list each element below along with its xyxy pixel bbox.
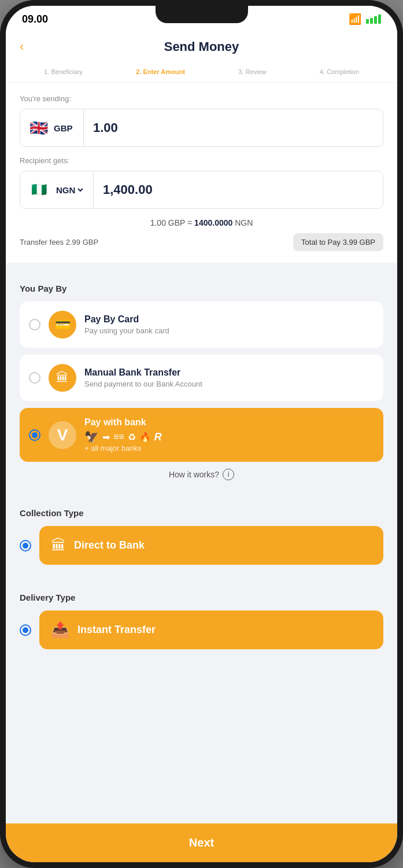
- delivery-option-row: 📤 Instant Transfer: [20, 610, 383, 649]
- divider-3: [6, 576, 397, 581]
- step-2: 2. Enter Amount: [136, 68, 185, 75]
- bank-logo-3: ≡≡: [113, 432, 124, 442]
- direct-to-bank-option[interactable]: 🏛 Direct to Bank: [39, 526, 383, 565]
- pay-by-card-text: Pay By Card Pay using your bank card: [84, 314, 374, 335]
- header: ‹ Send Money: [6, 30, 397, 64]
- page-title: Send Money: [164, 39, 239, 54]
- status-icons: 📶: [349, 13, 381, 25]
- nga-flag: 🇳🇬: [28, 179, 49, 200]
- delivery-radio[interactable]: [20, 624, 31, 636]
- amount-section: You're sending: 🇬🇧 GBP Recipient gets: 🇳…: [6, 83, 397, 263]
- phone-screen: 09.00 📶 ‹ Send Money 1. Beneficiary 2. E…: [6, 6, 397, 862]
- pay-by-card-icon: 💳: [49, 311, 76, 339]
- delivery-section: Delivery Type 📤 Instant Transfer: [6, 581, 397, 655]
- sending-currency-selector: 🇬🇧 GBP: [20, 109, 84, 146]
- collection-radio[interactable]: [20, 540, 31, 551]
- pay-by-card-subtitle: Pay using your bank card: [84, 326, 374, 335]
- manual-bank-icon: 🏛: [49, 364, 76, 392]
- how-it-works-text: How it works?: [169, 470, 219, 479]
- pay-with-bank-subtitle: + all major banks: [84, 444, 374, 453]
- instant-transfer-title: Instant Transfer: [77, 624, 156, 636]
- pay-with-bank-option[interactable]: V Pay with bank 🦅 ➡ ≡≡ ♻ 🔥 R + all major…: [20, 408, 383, 462]
- total-to-pay: Total to Pay 3.99 GBP: [293, 233, 383, 251]
- collection-title: Collection Type: [20, 508, 383, 518]
- progress-steps: 1. Beneficiary 2. Enter Amount 3. Review…: [6, 64, 397, 83]
- recipient-label: Recipient gets:: [20, 156, 383, 165]
- phone-frame: 09.00 📶 ‹ Send Money 1. Beneficiary 2. E…: [0, 0, 403, 868]
- spacer: [6, 655, 397, 823]
- manual-bank-subtitle: Send payment to our Bank Account: [84, 380, 374, 388]
- wifi-icon: 📶: [349, 13, 361, 25]
- recipient-amount-row: 🇳🇬 NGN: [20, 171, 383, 209]
- manual-bank-text: Manual Bank Transfer Send payment to our…: [84, 367, 374, 388]
- bank-logo-4: ♻: [128, 432, 136, 443]
- delivery-title: Delivery Type: [20, 593, 383, 602]
- pay-with-bank-icon: V: [49, 421, 76, 449]
- pay-with-bank-text: Pay with bank 🦅 ➡ ≡≡ ♻ 🔥 R + all major b…: [84, 417, 374, 453]
- instant-transfer-icon: 📤: [51, 621, 69, 639]
- sending-currency-code: GBP: [54, 123, 73, 133]
- bank-logo-6: R: [154, 431, 162, 443]
- pay-by-title: You Pay By: [20, 284, 383, 293]
- collection-section: Collection Type 🏛 Direct to Bank: [6, 496, 397, 576]
- battery-icon: [366, 14, 381, 24]
- sending-label: You're sending:: [20, 94, 383, 103]
- direct-bank-icon: 🏛: [51, 536, 66, 554]
- manual-bank-radio[interactable]: [29, 372, 40, 384]
- scroll-content: You're sending: 🇬🇧 GBP Recipient gets: 🇳…: [6, 83, 397, 823]
- pay-with-bank-radio[interactable]: [29, 429, 40, 441]
- sending-amount-input[interactable]: [84, 112, 383, 144]
- bank-logo-2: ➡: [102, 432, 110, 443]
- info-icon: i: [223, 469, 234, 480]
- instant-transfer-option[interactable]: 📤 Instant Transfer: [39, 610, 383, 649]
- step-4: 4. Completion: [320, 68, 359, 75]
- direct-bank-title: Direct to Bank: [74, 539, 145, 551]
- recipient-currency-selector: 🇳🇬 NGN: [20, 171, 94, 208]
- pay-by-card-option[interactable]: 💳 Pay By Card Pay using your bank card: [20, 301, 383, 348]
- divider-1: [6, 267, 397, 272]
- bank-logo-1: 🦅: [84, 430, 99, 444]
- fees-row: Transfer fees 2.99 GBP Total to Pay 3.99…: [20, 233, 383, 251]
- transfer-fees: Transfer fees 2.99 GBP: [20, 238, 98, 247]
- how-it-works[interactable]: How it works? i: [20, 469, 383, 480]
- pay-by-card-title: Pay By Card: [84, 314, 374, 325]
- collection-radio-dot: [23, 543, 28, 549]
- status-time: 09.00: [22, 13, 48, 25]
- bank-logos: 🦅 ➡ ≡≡ ♻ 🔥 R: [84, 430, 374, 444]
- collection-option-row: 🏛 Direct to Bank: [20, 526, 383, 565]
- pay-with-bank-title: Pay with bank: [84, 417, 374, 428]
- step-1: 1. Beneficiary: [44, 68, 83, 75]
- pay-by-section: You Pay By 💳 Pay By Card Pay using your …: [6, 272, 397, 492]
- exchange-rate: 1.00 GBP = 1400.0000 NGN: [20, 218, 383, 227]
- sending-amount-row: 🇬🇧 GBP: [20, 109, 383, 147]
- exchange-rate-value: 1400.0000: [194, 218, 232, 227]
- recipient-amount-input[interactable]: [94, 174, 383, 205]
- pay-by-card-radio[interactable]: [29, 319, 40, 330]
- manual-bank-title: Manual Bank Transfer: [84, 367, 374, 378]
- notch: [156, 6, 248, 23]
- back-button[interactable]: ‹: [20, 39, 24, 54]
- manual-bank-transfer-option[interactable]: 🏛 Manual Bank Transfer Send payment to o…: [20, 355, 383, 401]
- radio-dot: [32, 432, 38, 438]
- delivery-radio-dot: [23, 627, 28, 633]
- step-3: 3. Review: [238, 68, 266, 75]
- next-button[interactable]: Next: [6, 823, 397, 862]
- recipient-currency-select[interactable]: NGN: [54, 185, 85, 196]
- gbr-flag: 🇬🇧: [28, 117, 49, 138]
- bank-logo-5: 🔥: [139, 432, 151, 443]
- divider-2: [6, 492, 397, 496]
